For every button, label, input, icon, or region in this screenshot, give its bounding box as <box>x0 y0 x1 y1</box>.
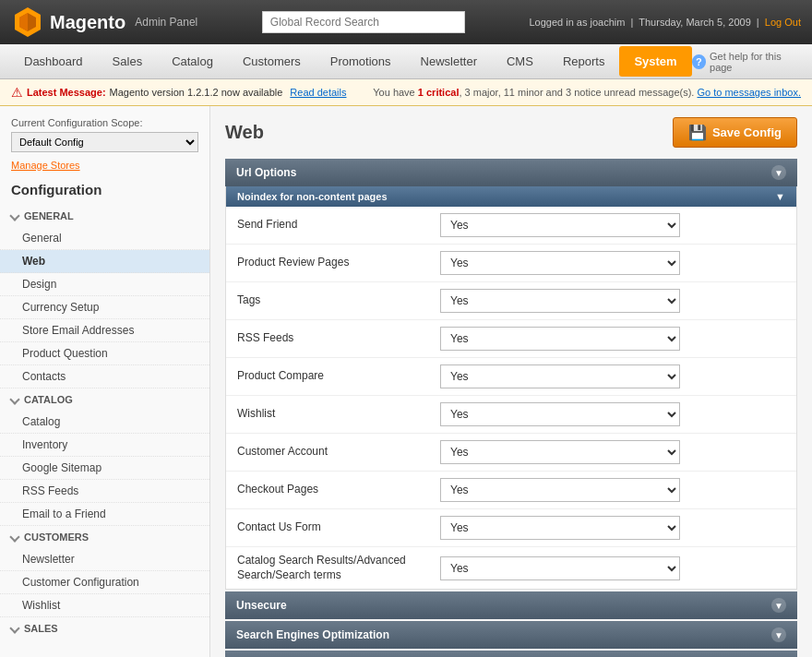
sidebar: Current Configuration Scope: Default Con… <box>0 106 210 657</box>
unsecure-expand-icon: ▼ <box>771 598 786 613</box>
sidebar-section-sales-arrow <box>9 623 19 633</box>
form-row-product-review: Product Review Pages Yes <box>226 245 796 282</box>
sidebar-section-general-arrow <box>9 210 19 221</box>
form-row-contact-us: Contact Us Form Yes <box>226 509 796 547</box>
sidebar-catalog-items: Catalog Inventory Google Sitemap RSS Fee… <box>0 411 209 526</box>
nav-item-sales[interactable]: Sales <box>98 46 158 77</box>
nav-item-newsletter[interactable]: Newsletter <box>406 46 492 77</box>
help-circle-icon: ? <box>692 54 706 69</box>
catalog-search-select[interactable]: Yes <box>440 556 680 580</box>
critical-count: 1 critical <box>418 87 460 98</box>
sidebar-section-sales-label: SALES <box>24 623 58 634</box>
nav-item-customers[interactable]: Customers <box>228 46 316 77</box>
latest-label: Latest Message: <box>27 87 106 98</box>
tags-select[interactable]: Yes <box>440 289 680 313</box>
wishlist-label: Wishlist <box>237 407 440 422</box>
sidebar-section-sales[interactable]: SALES <box>0 617 209 639</box>
send-friend-control: Yes <box>440 213 785 237</box>
save-label: Save Config <box>712 125 782 139</box>
sidebar-item-newsletter[interactable]: Newsletter <box>0 548 209 571</box>
form-row-tags: Tags Yes <box>226 282 796 320</box>
sidebar-item-currency[interactable]: Currency Setup <box>0 296 209 319</box>
save-config-button[interactable]: 💾 Save Config <box>673 117 797 148</box>
sidebar-section-catalog[interactable]: CATALOG <box>0 388 209 411</box>
customer-account-label: Customer Account <box>237 445 440 460</box>
sidebar-section-catalog-arrow <box>9 394 19 404</box>
sidebar-section-customers[interactable]: CUSTOMERS <box>0 526 209 548</box>
sidebar-item-store-email[interactable]: Store Email Addresses <box>0 319 209 342</box>
seo-label: Search Engines Optimization <box>236 628 389 641</box>
help-link[interactable]: ? Get help for this page <box>692 51 803 73</box>
sidebar-item-email-friend[interactable]: Email to a Friend <box>0 503 209 526</box>
send-friend-select[interactable]: Yes <box>440 213 680 237</box>
noindex-expand-icon: ▼ <box>775 191 785 202</box>
logout-link[interactable]: Log Out <box>765 17 801 28</box>
contact-us-control: Yes <box>440 516 785 540</box>
sidebar-item-design[interactable]: Design <box>0 273 209 296</box>
sidebar-item-inventory[interactable]: Inventory <box>0 434 209 457</box>
send-friend-label: Send Friend <box>237 218 440 233</box>
wishlist-select[interactable]: Yes <box>440 402 680 426</box>
tags-label: Tags <box>237 293 440 308</box>
url-options-content: Noindex for non-content pages ▼ Send Fri… <box>225 186 797 590</box>
customer-account-select[interactable]: Yes <box>440 440 680 464</box>
page-header: Web 💾 Save Config <box>225 117 797 148</box>
inbox-link[interactable]: Go to messages inbox. <box>697 87 801 98</box>
form-row-rss-feeds: RSS Feeds Yes <box>226 320 796 358</box>
sidebar-section-general[interactable]: GENERAL <box>0 205 209 227</box>
product-compare-select[interactable]: Yes <box>440 364 680 388</box>
nav-item-catalog[interactable]: Catalog <box>157 46 228 77</box>
form-row-wishlist: Wishlist Yes <box>226 396 796 434</box>
rss-feeds-control: Yes <box>440 327 785 351</box>
sidebar-item-web[interactable]: Web <box>0 250 209 273</box>
sidebar-item-product-question[interactable]: Product Question <box>0 342 209 365</box>
sidebar-item-general[interactable]: General <box>0 227 209 250</box>
read-details-link[interactable]: Read details <box>290 87 346 98</box>
nav-item-promotions[interactable]: Promotions <box>316 46 406 77</box>
sidebar-item-google-sitemap[interactable]: Google Sitemap <box>0 457 209 480</box>
rss-feeds-select[interactable]: Yes <box>440 327 680 351</box>
sidebar-section-catalog-label: CATALOG <box>24 394 73 405</box>
checkout-pages-select[interactable]: Yes <box>440 478 680 502</box>
scope-select[interactable]: Default Config <box>11 132 198 152</box>
sidebar-item-catalog[interactable]: Catalog <box>0 411 209 434</box>
sidebar-item-customer-config[interactable]: Customer Configuration <box>0 571 209 594</box>
logo-subtitle: Admin Panel <box>135 16 197 29</box>
sidebar-customers-items: Newsletter Customer Configuration Wishli… <box>0 548 209 617</box>
seo-section[interactable]: Search Engines Optimization ▼ <box>225 621 797 649</box>
layout: Current Configuration Scope: Default Con… <box>0 106 812 657</box>
nav-item-dashboard[interactable]: Dashboard <box>9 46 98 77</box>
main-content: Web 💾 Save Config Url Options ▼ Noindex … <box>210 106 812 657</box>
form-row-product-compare: Product Compare Yes <box>226 358 796 396</box>
nav-item-reports[interactable]: Reports <box>548 46 620 77</box>
contact-us-select[interactable]: Yes <box>440 516 680 540</box>
contact-us-label: Contact Us Form <box>237 520 440 535</box>
unsecure-section[interactable]: Unsecure ▼ <box>225 591 797 619</box>
product-review-label: Product Review Pages <box>237 256 440 270</box>
url-options-header[interactable]: Url Options ▼ <box>225 159 797 186</box>
wishlist-control: Yes <box>440 402 785 426</box>
form-row-catalog-search: Catalog Search Results/Advanced Search/S… <box>226 547 796 589</box>
logged-in-text: Logged in as joachim <box>529 17 625 28</box>
sidebar-item-contacts[interactable]: Contacts <box>0 365 209 388</box>
sidebar-section-general-label: GENERAL <box>24 210 74 221</box>
app-header: Magento Admin Panel Logged in as joachim… <box>0 0 812 44</box>
sidebar-item-rss-feeds[interactable]: RSS Feeds <box>0 480 209 503</box>
sidebar-item-wishlist[interactable]: Wishlist <box>0 594 209 617</box>
seo-expand-icon: ▼ <box>771 627 786 642</box>
nav-item-cms[interactable]: CMS <box>492 46 548 77</box>
sidebar-general-items: General Web Design Currency Setup Store … <box>0 227 209 388</box>
search-input[interactable] <box>262 11 465 33</box>
warning-icon: ⚠ <box>11 85 23 100</box>
user-info: Logged in as joachim | Thursday, March 5… <box>529 17 801 28</box>
checkout-pages-control: Yes <box>440 478 785 502</box>
secure-section[interactable]: Secure ▼ <box>225 651 797 657</box>
nav-item-system[interactable]: System <box>619 46 691 77</box>
other-counts: , 3 major, 11 minor and 3 notice unread … <box>459 87 694 98</box>
search-bar <box>262 11 465 33</box>
product-review-select[interactable]: Yes <box>440 251 680 275</box>
product-review-control: Yes <box>440 251 785 275</box>
manage-stores-link[interactable]: Manage Stores <box>11 160 198 171</box>
product-compare-label: Product Compare <box>237 369 440 384</box>
url-options-section: Url Options ▼ Noindex for non-content pa… <box>225 159 797 590</box>
